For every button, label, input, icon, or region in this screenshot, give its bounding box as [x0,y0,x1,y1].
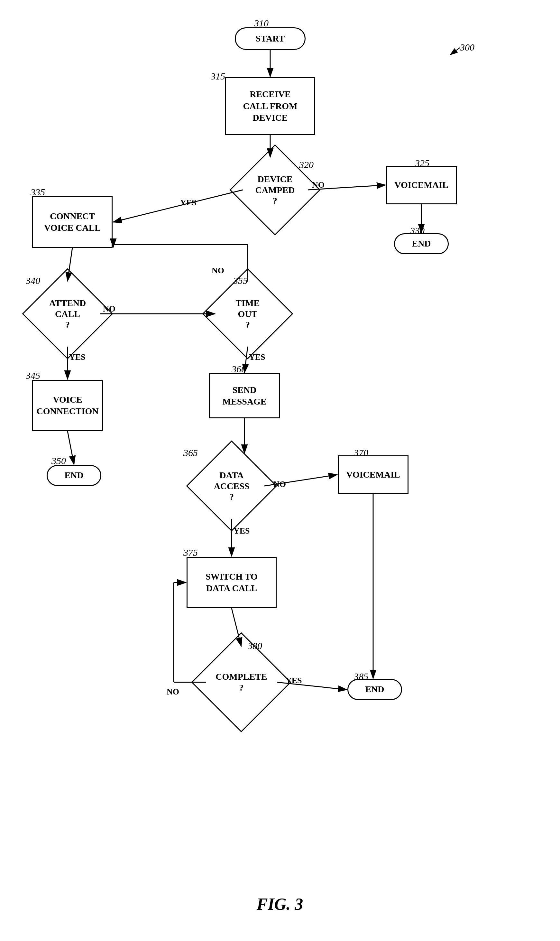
ref-375: 375 [183,547,198,558]
complete-diamond: COMPLETE? [191,632,291,732]
ref-345: 345 [26,370,40,381]
figure-label: FIG. 3 [209,895,351,914]
end-top-node: END [394,233,449,254]
switch-to-data-node: SWITCH TODATA CALL [186,557,277,608]
start-node: START [235,27,306,50]
ref-365: 365 [183,447,198,458]
ref-360: 360 [232,363,246,374]
label-no-attend-call: NO [103,304,115,314]
label-no-time-out: NO [212,266,224,276]
label-yes-attend-call: YES [69,353,86,362]
data-access-diamond: DATAACCESS? [186,440,277,531]
svg-line-9 [68,431,74,464]
svg-line-1 [450,48,460,55]
ref-320: 320 [299,159,314,170]
label-no-data-access: NO [274,479,286,489]
label-no-complete: NO [167,687,179,697]
connect-voice-node: CONNECTVOICE CALL [32,196,112,248]
label-yes-complete: YES [286,676,302,685]
label-yes-device-camped: YES [180,198,197,208]
ref-315: 315 [211,71,225,82]
device-camped-diamond: DEVICECAMPED? [230,145,321,236]
send-message-node: SENDMESSAGE [209,373,280,418]
voicemail-top-node: VOICEMAIL [386,166,457,204]
svg-line-4 [113,190,243,222]
label-yes-data-access: YES [234,526,250,536]
label-yes-time-out: YES [249,353,265,362]
ref-310: 310 [254,18,269,29]
voicemail-right-node: VOICEMAIL [338,455,409,494]
end-left-node: END [47,465,102,486]
receive-call-node: RECEIVECALL FROMDEVICE [225,77,315,135]
time-out-diamond: TIMEOUT? [202,268,293,359]
ref-350: 350 [51,455,66,466]
flowchart-diagram: 300 310 START 315 RECEIVECALL FROMDEVICE… [0,0,560,941]
voice-connection-node: VOICECONNECTION [32,380,103,431]
end-right-node: END [348,679,402,700]
label-no-device-camped: NO [312,180,325,190]
ref-335: 335 [31,187,45,197]
ref-340: 340 [26,275,40,286]
ref-300: 300 [460,42,474,53]
